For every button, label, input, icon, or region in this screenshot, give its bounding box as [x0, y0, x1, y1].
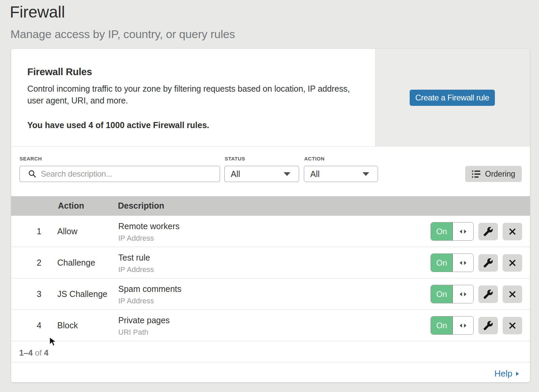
x-icon	[509, 259, 516, 267]
wrench-icon	[483, 227, 493, 237]
ordering-label: Ordering	[485, 170, 515, 179]
pagination-total: 4	[44, 348, 48, 357]
rule-controls: On	[11, 278, 530, 309]
table-row: 2 Challenge Test rule IP Address On	[11, 247, 530, 278]
ordering-button[interactable]: Ordering	[465, 166, 522, 182]
rules-table-body: 1 Allow Remote workers IP Address On	[11, 216, 530, 341]
rule-enabled-toggle[interactable]: On	[431, 253, 474, 272]
left-right-arrows-icon	[458, 261, 468, 265]
delete-rule-button[interactable]	[503, 317, 522, 334]
filters-bar: SEARCH STATUS ACTION Search description.…	[11, 147, 530, 196]
column-header-description: Description	[118, 201, 164, 211]
pagination-bar: 1–4 of 4	[11, 341, 530, 362]
action-select[interactable]: All	[304, 166, 378, 182]
search-input[interactable]: Search description...	[20, 166, 220, 182]
ordering-list-icon	[472, 171, 480, 178]
table-header: Action Description	[11, 196, 530, 216]
table-row: 1 Allow Remote workers IP Address On	[11, 216, 530, 247]
left-right-arrows-icon	[458, 323, 468, 328]
table-row: 3 JS Challenge Spam comments IP Address …	[11, 278, 530, 310]
action-value: All	[310, 169, 320, 179]
edit-rule-button[interactable]	[478, 317, 498, 334]
pagination-text: 1–4 of 4	[19, 348, 49, 358]
toggle-drag-handle[interactable]	[453, 316, 473, 334]
toggle-drag-handle[interactable]	[453, 285, 473, 303]
firewall-rules-card: Firewall Rules Control incoming traffic …	[11, 49, 530, 382]
usage-note: You have used 4 of 1000 active Firewall …	[27, 120, 209, 130]
rule-enabled-toggle[interactable]: On	[431, 316, 474, 335]
delete-rule-button[interactable]	[503, 285, 522, 303]
search-icon	[28, 170, 36, 178]
rule-controls: On	[11, 216, 530, 247]
chevron-down-icon	[362, 172, 370, 176]
status-label: STATUS	[225, 156, 245, 161]
column-header-action: Action	[58, 201, 84, 211]
status-value: All	[231, 169, 240, 179]
left-right-arrows-icon	[458, 229, 468, 234]
x-icon	[509, 322, 516, 329]
card-description: Control incoming traffic to your zone by…	[27, 83, 364, 107]
toggle-on-label: On	[431, 222, 453, 240]
edit-rule-button[interactable]	[478, 285, 498, 303]
edit-rule-button[interactable]	[478, 223, 498, 240]
toggle-drag-handle[interactable]	[453, 222, 473, 240]
rule-enabled-toggle[interactable]: On	[431, 222, 474, 241]
delete-rule-button[interactable]	[503, 254, 522, 272]
delete-rule-button[interactable]	[503, 223, 522, 240]
page-title: Firewall	[10, 3, 65, 21]
card-top-section: Firewall Rules Control incoming traffic …	[11, 49, 530, 147]
left-right-arrows-icon	[458, 292, 468, 297]
search-label: SEARCH	[20, 156, 42, 161]
pagination-of: of	[35, 348, 42, 357]
search-placeholder: Search description...	[41, 169, 112, 179]
rule-controls: On	[11, 310, 530, 341]
create-firewall-rule-button[interactable]: Create a Firewall rule	[410, 90, 495, 106]
toggle-on-label: On	[431, 254, 453, 272]
wrench-icon	[483, 258, 493, 268]
edit-rule-button[interactable]	[478, 254, 498, 272]
x-icon	[509, 228, 516, 235]
pagination-range: 1–4	[19, 348, 33, 357]
rule-controls: On	[11, 247, 530, 278]
wrench-icon	[483, 289, 493, 299]
wrench-icon	[483, 321, 493, 331]
card-footer: Help	[11, 362, 530, 382]
toggle-drag-handle[interactable]	[453, 254, 473, 272]
toggle-on-label: On	[431, 316, 453, 334]
status-select[interactable]: All	[224, 166, 299, 182]
help-link[interactable]: Help	[495, 368, 519, 379]
rule-enabled-toggle[interactable]: On	[431, 285, 474, 303]
help-label: Help	[495, 368, 512, 379]
table-row: 4 Block Private pages URI Path On	[11, 310, 530, 341]
page-subtitle: Manage access by IP, country, or query r…	[10, 28, 235, 41]
toggle-on-label: On	[431, 285, 453, 303]
card-title: Firewall Rules	[27, 66, 92, 78]
triangle-right-icon	[516, 371, 519, 376]
x-icon	[509, 291, 516, 298]
chevron-down-icon	[283, 172, 291, 176]
action-label: ACTION	[304, 156, 325, 161]
